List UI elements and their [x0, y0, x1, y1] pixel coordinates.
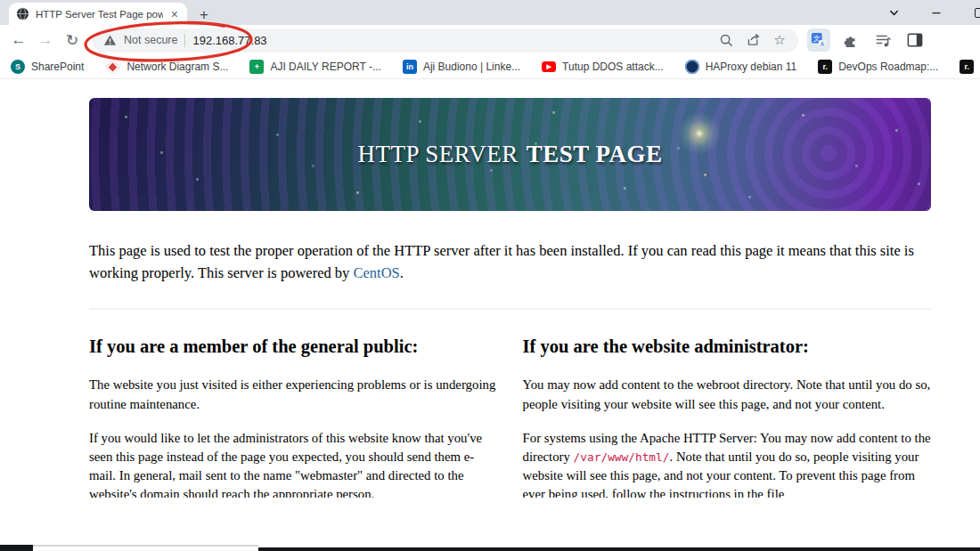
browser-tab[interactable]: HTTP Server Test Page powered × [9, 3, 187, 25]
page-viewport: HTTP SERVERTEST PAGE This page is used t… [0, 79, 980, 498]
bookmark-item[interactable]: r. DevOps Roadmap:... [818, 60, 938, 74]
taskbar-edge-strip [0, 545, 980, 551]
reload-button[interactable]: ↻ [61, 28, 84, 52]
taskbar-left-segment [0, 545, 33, 551]
bookmark-item[interactable]: in Aji Budiono | Linke... [403, 60, 520, 74]
youtube-icon: ▶ [542, 61, 556, 72]
sharepoint-icon: S [11, 60, 25, 74]
admin-column: If you are the website administrator: Yo… [523, 336, 932, 498]
security-label[interactable]: Not secure [124, 34, 177, 46]
drawio-icon [106, 60, 120, 74]
tab-strip: HTTP Server Test Page powered × + – [0, 0, 980, 25]
tab-close-icon[interactable]: × [169, 8, 180, 20]
roadmap-icon: r. [818, 60, 832, 74]
centos-link[interactable]: CentOS [353, 264, 399, 281]
admin-paragraph-1: You may now add content to the webroot d… [523, 376, 932, 413]
bookmark-star-icon[interactable]: ☆ [770, 30, 789, 50]
browser-window: HTTP Server Test Page powered × + – ← → … [0, 0, 980, 551]
back-button[interactable]: ← [7, 28, 30, 52]
public-column: If you are a member of the general publi… [89, 336, 498, 498]
page-title: HTTP SERVERTEST PAGE [358, 141, 663, 168]
bookmark-item[interactable]: HAProxy debian 11 [685, 60, 797, 74]
test-page-banner: HTTP SERVERTEST PAGE [89, 98, 931, 211]
bookmark-item[interactable]: S SharePoint [11, 60, 84, 74]
taskbar-hairline [33, 545, 258, 547]
public-paragraph-1: The website you just visited is either e… [89, 376, 498, 413]
bookmark-item[interactable]: r. Docker Roadmap -... [960, 60, 980, 74]
taskbar-right-segment [258, 547, 980, 551]
public-paragraph-2: If you would like to let the administrat… [89, 429, 498, 498]
admin-paragraph-apache: For systems using the Apache HTTP Server… [523, 429, 932, 498]
maximize-button[interactable] [971, 4, 980, 20]
roadmap-icon: r. [960, 60, 974, 74]
minimize-button[interactable]: – [928, 4, 944, 20]
admin-heading: If you are the website administrator: [523, 336, 932, 357]
horizontal-rule [89, 308, 931, 310]
intro-paragraph: This page is used to test the proper ope… [89, 239, 931, 284]
media-playlist-icon[interactable] [871, 28, 894, 52]
not-secure-warning-icon [103, 34, 117, 46]
side-panel-icon[interactable] [903, 28, 927, 52]
public-heading: If you are a member of the general publi… [89, 336, 498, 357]
address-bar[interactable]: Not secure 192.168.77.83 ☆ [93, 28, 798, 53]
url-text[interactable]: 192.168.77.83 [192, 34, 709, 47]
svg-text:A: A [821, 41, 825, 47]
bookmarks-bar: S SharePoint Network Diagram S... + AJI … [0, 55, 980, 79]
tab-title: HTTP Server Test Page powered [36, 9, 163, 20]
browser-toolbar: ← → ↻ Not secure 192.168.77.83 ☆ 文 [0, 25, 980, 55]
extensions-puzzle-icon[interactable] [839, 28, 862, 52]
bookmark-item[interactable]: + AJI DAILY REPORT -... [249, 60, 380, 74]
globe-favicon-icon [16, 7, 29, 20]
new-tab-button[interactable]: + [200, 7, 208, 22]
address-divider [184, 34, 185, 47]
code-path-webroot: /var/www/html/ [574, 450, 670, 464]
translate-icon[interactable]: 文 A [807, 28, 830, 52]
window-controls: – [886, 0, 980, 25]
search-icon[interactable] [716, 30, 736, 50]
haproxy-icon [685, 60, 699, 74]
sheets-icon: + [249, 60, 264, 74]
bookmark-item[interactable]: Network Diagram S... [105, 61, 228, 73]
share-icon[interactable] [743, 30, 763, 50]
tab-search-chevron-icon[interactable] [886, 4, 902, 20]
bookmark-item[interactable]: ▶ Tutup DDOS attack... [542, 61, 664, 73]
linkedin-icon: in [403, 60, 417, 74]
forward-button[interactable]: → [34, 28, 57, 52]
